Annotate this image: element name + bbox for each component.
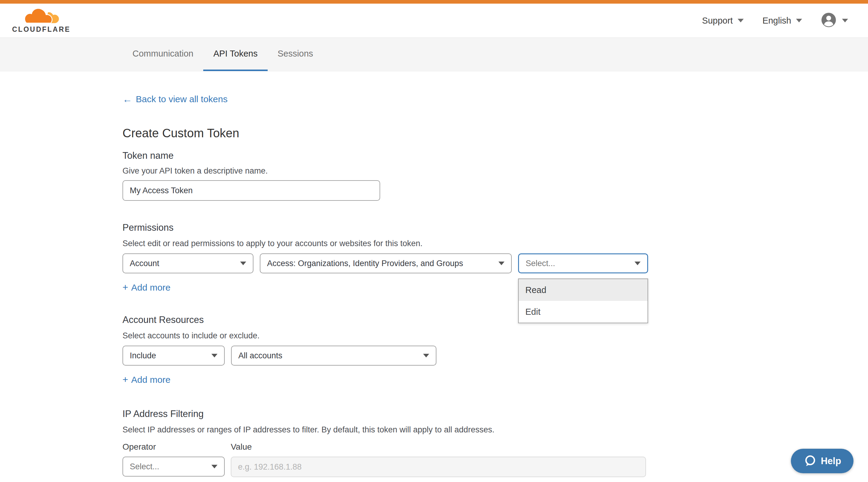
tab-bar: Communication API Tokens Sessions — [0, 37, 868, 71]
token-name-description: Give your API token a descriptive name. — [123, 166, 868, 175]
chevron-down-icon — [211, 465, 217, 469]
menu-option-edit[interactable]: Edit — [519, 301, 648, 323]
brand-color-bar — [0, 0, 868, 4]
option-label: Read — [525, 285, 546, 295]
language-menu[interactable]: English — [763, 16, 802, 26]
access-level-placeholder: Select... — [526, 259, 555, 268]
access-level-select[interactable]: Select... — [518, 253, 648, 274]
chevron-down-icon — [423, 354, 429, 357]
cloudflare-logo[interactable]: CLOUDFLARE — [12, 8, 70, 34]
cloudflare-wordmark: CLOUDFLARE — [12, 25, 70, 34]
cloudflare-cloud-icon — [23, 8, 60, 25]
chevron-down-icon — [738, 19, 744, 22]
tab-label: API Tokens — [213, 49, 257, 59]
permission-group-select[interactable]: Access: Organizations, Identity Provider… — [260, 253, 512, 274]
permissions-description: Select edit or read permissions to apply… — [123, 239, 868, 248]
account-menu[interactable] — [821, 12, 848, 29]
tab-label: Sessions — [278, 49, 313, 59]
option-label: Edit — [525, 307, 540, 317]
accounts-value: All accounts — [238, 351, 282, 360]
account-resources-add-more-link[interactable]: + Add more — [123, 374, 170, 385]
account-resources-description: Select accounts to include or exclude. — [123, 331, 868, 340]
scope-value: Account — [130, 259, 159, 268]
chevron-down-icon — [796, 19, 802, 22]
permission-scope-select[interactable]: Account — [123, 253, 253, 274]
ip-value-input[interactable] — [231, 457, 646, 477]
operator-placeholder: Select... — [130, 462, 159, 472]
tab-api-tokens[interactable]: API Tokens — [203, 38, 267, 71]
operator-select[interactable]: Select... — [123, 457, 225, 477]
language-label: English — [763, 16, 791, 26]
back-link-label: Back to view all tokens — [136, 93, 227, 105]
help-button[interactable]: Help — [791, 449, 854, 473]
user-avatar-icon — [821, 12, 837, 29]
permission-group-value: Access: Organizations, Identity Provider… — [267, 259, 463, 268]
accounts-select[interactable]: All accounts — [231, 346, 436, 365]
add-more-label: Add more — [131, 282, 170, 293]
ip-filtering-labels: Operator Value — [123, 442, 868, 452]
help-bubble-icon — [803, 454, 816, 468]
account-resources-heading: Account Resources — [123, 315, 868, 325]
chevron-down-icon — [634, 262, 641, 265]
token-name-heading: Token name — [123, 151, 868, 161]
chevron-down-icon — [842, 19, 848, 22]
header-nav: Support English — [702, 12, 848, 29]
plus-icon: + — [123, 374, 128, 385]
include-value: Include — [130, 351, 156, 360]
main-content: ← Back to view all tokens Create Custom … — [0, 71, 868, 477]
tab-label: Communication — [132, 49, 193, 59]
tab-communication[interactable]: Communication — [123, 38, 203, 71]
add-more-label: Add more — [131, 375, 170, 385]
chevron-down-icon — [211, 354, 217, 357]
back-arrow-icon: ← — [123, 93, 132, 105]
back-to-tokens-link[interactable]: ← Back to view all tokens — [123, 93, 227, 105]
access-level-menu: Read Edit — [518, 279, 648, 323]
permissions-heading: Permissions — [123, 223, 868, 233]
operator-label: Operator — [123, 442, 231, 452]
header: CLOUDFLARE Support English — [0, 4, 868, 37]
help-label: Help — [821, 456, 841, 467]
ip-filtering-heading: IP Address Filtering — [123, 409, 868, 419]
token-name-input[interactable] — [123, 180, 380, 201]
value-label: Value — [231, 442, 252, 452]
ip-filtering-description: Select IP addresses or ranges of IP addr… — [123, 425, 868, 434]
permissions-add-more-link[interactable]: + Add more — [123, 282, 170, 293]
menu-option-read[interactable]: Read — [519, 279, 648, 301]
support-menu[interactable]: Support — [702, 16, 744, 26]
account-resources-row: Include All accounts — [123, 346, 868, 365]
chevron-down-icon — [498, 262, 504, 265]
ip-filtering-row: Select... — [123, 457, 868, 477]
chevron-down-icon — [240, 262, 246, 265]
tab-sessions[interactable]: Sessions — [268, 38, 323, 71]
plus-icon: + — [123, 282, 128, 293]
page-title: Create Custom Token — [123, 126, 868, 140]
permissions-row: Account Access: Organizations, Identity … — [123, 253, 868, 274]
include-exclude-select[interactable]: Include — [123, 346, 225, 365]
support-label: Support — [702, 16, 733, 26]
